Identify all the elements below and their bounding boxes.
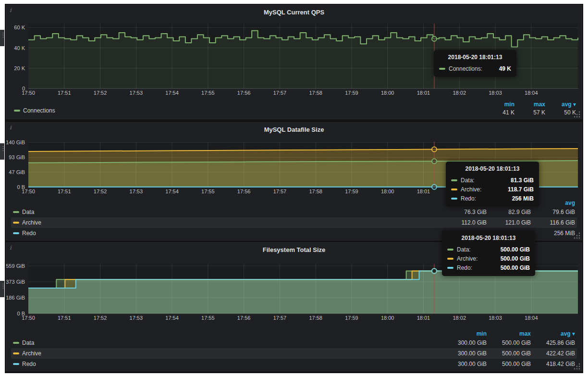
stat-avg: 116.6 GiB [531, 219, 575, 226]
stat-max: 82.9 GiB [487, 209, 531, 215]
legend-item-data[interactable]: Data [13, 209, 442, 215]
x-tick-label: 17:58 [309, 90, 322, 96]
stat-avg: 79.6 GiB [531, 209, 575, 215]
crosshair-marker [432, 147, 437, 151]
y-tick-label: 60 K [14, 25, 25, 30]
panel-title[interactable]: MySQL Datafile Size [6, 123, 582, 135]
x-tick-label: 17:57 [273, 315, 287, 321]
panel-drag-handle[interactable] [0, 281, 4, 297]
series-color-swatch [13, 342, 19, 344]
tooltip-timestamp: 2018-05-20 18:01:13 [447, 235, 530, 241]
x-tick-label: 17:52 [94, 315, 107, 321]
series-color-swatch [14, 110, 20, 112]
graph-tooltip: 2018-05-20 18:01:13 Data: 500.00 GiB Arc… [442, 231, 535, 276]
tooltip-series-value: Data: 500.00 GiB [447, 245, 530, 254]
legend-sort-avg[interactable]: avg ▾ [545, 101, 576, 108]
panel-drag-handle[interactable] [0, 143, 4, 160]
x-tick-label: 18:00 [381, 315, 394, 321]
x-tick-label: 18:01 [417, 188, 430, 194]
x-tick-label: 17:54 [165, 188, 179, 194]
x-tick-label: 17:59 [345, 188, 358, 194]
x-axis-labels: 17:5017:5117:5217:5317:5417:5517:5617:57… [22, 90, 538, 96]
y-tick-label: 93 GiB [9, 154, 25, 160]
y-tick-label: 186 GiB [6, 295, 25, 301]
legend-sort-max[interactable]: max [514, 101, 545, 108]
x-tick-label: 17:54 [165, 315, 179, 321]
x-tick-label: 17:55 [201, 315, 215, 321]
legend-stats: min max avg ▾ 41 K 57 K 50 K [484, 101, 576, 116]
graph-tooltip: 2018-05-20 18:01:13 Data: 81.3 GiB Archi… [446, 162, 539, 207]
x-tick-label: 17:57 [273, 188, 287, 194]
x-tick-label: 18:01 [417, 90, 430, 96]
tooltip-series-value: Archive: 118.7 GiB [451, 185, 534, 194]
crosshair-marker [432, 37, 437, 41]
stat-avg: 256 MiB [531, 230, 575, 237]
x-tick-label: 17:53 [130, 90, 143, 96]
x-tick-label: 17:59 [345, 315, 358, 321]
series-color-swatch [13, 352, 19, 354]
x-tick-label: 17:56 [237, 188, 251, 194]
legend-item-redo[interactable]: Redo [13, 361, 442, 367]
series-color-swatch [13, 222, 19, 224]
panel-info-icon[interactable]: i [10, 7, 12, 13]
stat-max: 57 K [514, 109, 545, 116]
legend-sort-avg[interactable]: avg ▾ [531, 330, 575, 337]
stat-avg: 422.42 GiB [531, 350, 575, 357]
x-tick-label: 17:55 [201, 188, 215, 194]
legend-series-label: Connections [23, 107, 55, 114]
panel-title[interactable]: MySQL Current QPS [6, 5, 582, 18]
tooltip-series-value: Connections: 49 K [439, 64, 511, 73]
x-tick-label: 17:51 [58, 315, 71, 321]
x-tick-label: 17:58 [309, 188, 322, 194]
panel-drag-handle[interactable] [0, 30, 4, 46]
legend-header-row: min max avg ▾ [11, 329, 577, 338]
y-tick-label: 47 GiB [9, 169, 25, 175]
y-axis-labels: 0 B186 GiB373 GiB559 GiB [6, 263, 25, 316]
panel-resize-handle[interactable] [574, 111, 581, 118]
legend-item-connections[interactable]: Connections [14, 107, 55, 114]
x-tick-label: 18:01 [417, 315, 430, 321]
graph-tooltip: 2018-05-20 18:01:13 Connections: 49 K [434, 50, 516, 77]
legend-row-data: Data 300.00 GiB 500.00 GiB 425.86 GiB [11, 338, 577, 348]
legend-sort-min[interactable]: min [484, 101, 514, 108]
x-tick-label: 18:00 [381, 188, 394, 194]
y-tick-label: 373 GiB [6, 279, 25, 285]
stat-max: 500.00 GiB [487, 361, 531, 367]
legend-row-redo: Redo 300.00 GiB 500.00 GiB 418.42 GiB [11, 359, 577, 369]
legend-item-data[interactable]: Data [13, 339, 442, 346]
legend-table: min max avg ▾ Data 300.00 GiB 500.00 GiB… [11, 329, 577, 369]
legend-item-redo[interactable]: Redo [13, 230, 442, 237]
x-tick-label: 18:04 [525, 315, 538, 321]
panel-resize-handle[interactable] [574, 232, 581, 239]
x-tick-label: 17:50 [22, 90, 35, 96]
y-tick-label: 40 K [14, 45, 25, 51]
crosshair-marker [432, 159, 437, 163]
x-tick-label: 17:55 [201, 90, 215, 96]
stat-min: 112.0 GiB [442, 219, 487, 226]
x-tick-label: 17:52 [94, 90, 107, 96]
legend-item-archive[interactable]: Archive [13, 350, 442, 357]
x-tick-label: 17:52 [94, 188, 107, 194]
legend-row-archive: Archive 112.0 GiB 121.0 GiB 116.6 GiB [11, 217, 577, 228]
y-tick-label: 140 GiB [6, 139, 25, 145]
x-tick-label: 17:50 [22, 188, 35, 194]
tooltip-timestamp: 2018-05-20 18:01:13 [451, 165, 534, 172]
stat-min: 300.00 GiB [442, 339, 487, 346]
legend-row-archive: Archive 300.00 GiB 500.00 GiB 422.42 GiB [11, 348, 577, 359]
series-color-swatch [13, 232, 19, 234]
resize-grip-icon [574, 232, 581, 239]
x-tick-label: 18:03 [489, 90, 502, 96]
legend-sort-min[interactable]: min [442, 330, 487, 337]
stat-min: 76.3 GiB [442, 209, 487, 215]
tooltip-timestamp: 2018-05-20 18:01:13 [439, 54, 511, 61]
legend-item-archive[interactable]: Archive [13, 219, 442, 226]
panel-resize-handle[interactable] [574, 363, 581, 370]
y-axis-labels: 020 K40 K60 K [14, 25, 25, 91]
panel-info-icon[interactable]: i [10, 244, 12, 251]
y-axis-labels: 0 B47 GiB93 GiB140 GiB [6, 139, 25, 190]
x-tick-label: 18:02 [453, 90, 466, 96]
panel-info-icon[interactable]: i [10, 124, 12, 131]
tooltip-series-value: Data: 81.3 GiB [451, 176, 534, 185]
tooltip-series-value: Redo: 500.00 GiB [447, 263, 530, 272]
legend-sort-max[interactable]: max [487, 330, 531, 337]
